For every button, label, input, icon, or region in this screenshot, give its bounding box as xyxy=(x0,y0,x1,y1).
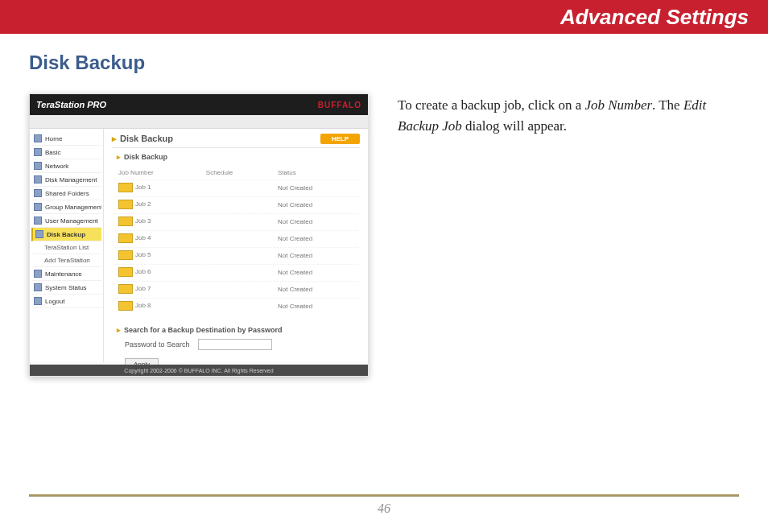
job-cell[interactable]: Job 8 xyxy=(114,298,200,313)
job-label: Job 6 xyxy=(135,268,151,275)
sidebar-item[interactable]: Network xyxy=(31,159,101,173)
sidebar-item-label: TeraStation List xyxy=(44,244,89,251)
sidebar-item[interactable]: Shared Folders xyxy=(31,187,101,200)
job-icon xyxy=(118,267,133,277)
sidebar-item[interactable]: Maintenance xyxy=(31,267,101,281)
page-number: 46 xyxy=(29,501,739,516)
header-title: Advanced Settings xyxy=(560,5,749,30)
sidebar-item-label: Logout xyxy=(45,298,64,305)
app-brand: BUFFALO xyxy=(318,101,361,109)
search-heading: ▸Search for a Backup Destination by Pass… xyxy=(117,326,360,334)
sidebar-item[interactable]: TeraStation List xyxy=(31,241,101,254)
sidebar-item[interactable]: Disk Backup xyxy=(31,228,101,241)
sidebar-item-label: Group Management xyxy=(45,204,101,211)
app-screenshot: TeraStation PRO BUFFALO HomeBasicNetwork… xyxy=(29,93,369,377)
job-table: Job Number Schedule Status Job 1Not Crea… xyxy=(112,166,360,315)
job-cell[interactable]: Job 4 xyxy=(114,230,200,245)
footer-rule xyxy=(29,494,739,497)
instruction-em-jobnumber: Job Number xyxy=(584,97,652,113)
sidebar-item[interactable]: System Status xyxy=(31,281,101,295)
job-icon xyxy=(118,250,133,260)
job-cell[interactable]: Job 2 xyxy=(114,196,200,212)
search-line: Password to Search xyxy=(125,339,360,350)
app-header: TeraStation PRO BUFFALO xyxy=(30,94,368,115)
sidebar-item-label: Home xyxy=(45,135,62,142)
job-cell[interactable]: Job 1 xyxy=(114,179,200,195)
app-body: HomeBasicNetworkDisk ManagementShared Fo… xyxy=(30,129,368,362)
page-content: Disk Backup TeraStation PRO BUFFALO Home… xyxy=(0,34,768,377)
schedule-cell xyxy=(201,196,271,212)
sidebar-item-label: Add TeraStation xyxy=(44,257,90,264)
chevron-right-icon: ▸ xyxy=(112,134,117,143)
job-cell[interactable]: Job 7 xyxy=(114,281,200,296)
panel-title: ▸Disk Backup xyxy=(112,134,173,144)
page-footer: 46 xyxy=(29,494,739,516)
password-input[interactable] xyxy=(198,339,272,350)
sidebar-icon xyxy=(34,175,42,184)
sidebar-icon xyxy=(35,230,43,238)
sidebar-item-label: Disk Management xyxy=(45,176,97,184)
table-row: Job 8Not Created xyxy=(114,298,358,313)
schedule-cell xyxy=(201,179,271,195)
col-schedule: Schedule xyxy=(201,167,271,178)
status-cell: Not Created xyxy=(273,247,358,262)
job-label: Job 4 xyxy=(135,234,151,241)
panel-title-text: Disk Backup xyxy=(120,134,173,143)
job-cell[interactable]: Job 5 xyxy=(114,247,200,262)
job-label: Job 7 xyxy=(135,285,151,292)
sidebar-icon xyxy=(34,203,42,211)
sidebar-item-label: Maintenance xyxy=(45,270,82,278)
table-row: Job 2Not Created xyxy=(114,196,358,212)
chevron-right-icon: ▸ xyxy=(117,326,121,334)
col-job: Job Number xyxy=(114,167,200,178)
sidebar-icon xyxy=(34,162,42,170)
schedule-cell xyxy=(201,298,271,313)
sidebar-item[interactable]: Basic xyxy=(31,146,101,159)
table-row: Job 5Not Created xyxy=(114,247,358,262)
instruction-prefix: To create a backup job, click on a xyxy=(398,97,584,113)
sidebar-item-label: System Status xyxy=(45,284,87,291)
sidebar-item-label: Network xyxy=(45,163,68,170)
col-status: Status xyxy=(273,167,358,178)
sidebar-icon xyxy=(34,217,42,225)
job-icon xyxy=(118,183,133,192)
sidebar-icon xyxy=(34,134,42,142)
sub-heading-text: Disk Backup xyxy=(124,153,167,161)
app-logo: TeraStation PRO xyxy=(36,100,106,109)
sidebar-item[interactable]: User Management xyxy=(31,214,101,228)
status-cell: Not Created xyxy=(273,298,358,313)
sidebar-item[interactable]: Group Management xyxy=(31,200,101,214)
sidebar-item[interactable]: Disk Management xyxy=(31,173,101,187)
status-cell: Not Created xyxy=(273,179,358,195)
chevron-right-icon: ▸ xyxy=(117,153,121,161)
job-label: Job 5 xyxy=(135,251,151,258)
sidebar-icon xyxy=(34,270,42,278)
instruction-mid: . The xyxy=(652,97,683,113)
table-row: Job 7Not Created xyxy=(114,281,358,296)
job-icon xyxy=(118,200,133,209)
app-tabbar xyxy=(30,115,368,129)
schedule-cell xyxy=(201,230,271,245)
table-row: Job 3Not Created xyxy=(114,213,358,229)
app-footer: Copyright 2002-2006 © BUFFALO INC. All R… xyxy=(30,365,368,376)
sidebar-item[interactable]: Logout xyxy=(31,295,101,308)
schedule-cell xyxy=(201,264,271,279)
status-cell: Not Created xyxy=(273,264,358,279)
job-cell[interactable]: Job 3 xyxy=(114,213,200,229)
help-button[interactable]: HELP xyxy=(320,134,360,144)
job-icon xyxy=(118,233,133,243)
job-cell[interactable]: Job 6 xyxy=(114,264,200,279)
sidebar-item-label: Basic xyxy=(45,149,61,156)
sidebar-icon xyxy=(34,189,42,197)
job-label: Job 3 xyxy=(135,217,151,225)
job-icon xyxy=(118,284,133,294)
instruction-text: To create a backup job, click on a Job N… xyxy=(398,93,739,377)
sidebar-icon xyxy=(34,297,42,305)
sidebar-item[interactable]: Home xyxy=(31,132,101,146)
table-row: Job 1Not Created xyxy=(114,179,358,195)
status-cell: Not Created xyxy=(273,281,358,296)
job-label: Job 8 xyxy=(135,302,151,309)
job-icon xyxy=(118,301,133,311)
sidebar-item[interactable]: Add TeraStation xyxy=(31,254,101,267)
search-heading-text: Search for a Backup Destination by Passw… xyxy=(124,326,283,334)
